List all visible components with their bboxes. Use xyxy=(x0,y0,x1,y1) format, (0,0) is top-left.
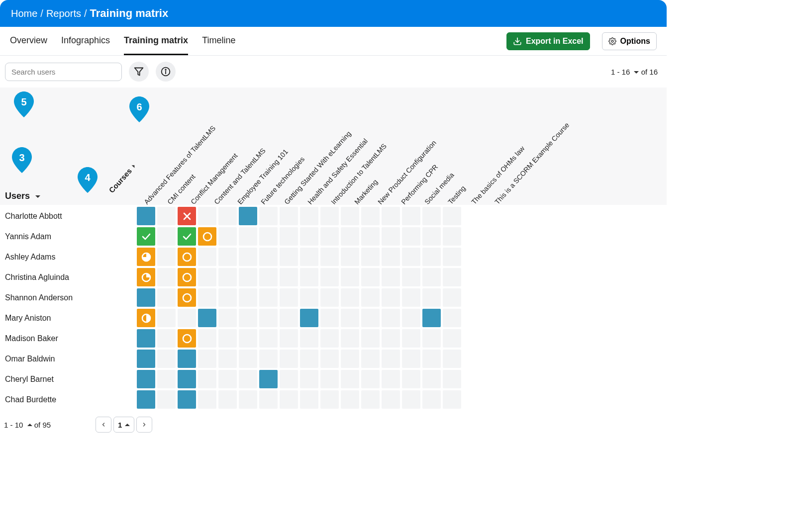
user-name[interactable]: Ashley Adams xyxy=(0,253,137,262)
status-empty-cell xyxy=(382,207,400,225)
status-enrolled-cell[interactable] xyxy=(137,329,155,348)
status-enrolled-cell[interactable] xyxy=(178,370,196,388)
user-name[interactable]: Chad Burdette xyxy=(0,395,137,404)
status-enrolled-cell[interactable] xyxy=(137,370,155,388)
status-empty-cell xyxy=(239,350,257,368)
status-progress-cell[interactable] xyxy=(137,248,155,266)
status-enrolled-cell[interactable] xyxy=(137,207,155,225)
status-empty-cell xyxy=(239,390,257,409)
status-empty-cell xyxy=(361,207,380,225)
status-empty-cell xyxy=(280,227,298,246)
status-empty-cell xyxy=(259,227,278,246)
breadcrumb-sep: / xyxy=(84,8,87,19)
user-name[interactable]: Yannis Adam xyxy=(0,232,137,241)
user-name[interactable]: Madison Baker xyxy=(0,334,137,343)
search-input[interactable] xyxy=(5,63,122,81)
status-passed-cell[interactable] xyxy=(178,227,196,246)
filter-button[interactable] xyxy=(129,62,149,82)
status-empty-cell xyxy=(157,390,176,409)
status-empty-cell xyxy=(422,350,441,368)
course-header[interactable]: Testing xyxy=(446,184,467,206)
status-empty-cell xyxy=(239,370,257,388)
status-enrolled-cell[interactable] xyxy=(198,309,216,327)
status-not-started-cell[interactable] xyxy=(178,329,196,348)
users-header-label: Users xyxy=(5,191,30,201)
status-empty-cell xyxy=(320,370,339,388)
status-empty-cell xyxy=(218,309,237,327)
user-name[interactable]: Mary Aniston xyxy=(0,314,137,323)
status-empty-cell xyxy=(341,207,359,225)
status-empty-cell xyxy=(280,309,298,327)
status-enrolled-cell[interactable] xyxy=(422,309,441,327)
pager-next-button[interactable] xyxy=(136,417,152,433)
breadcrumb-sep: / xyxy=(40,8,43,19)
status-enrolled-cell[interactable] xyxy=(239,207,257,225)
pager-top[interactable]: 1 - 16 of 16 xyxy=(611,68,658,76)
tabs: Overview Infographics Training matrix Ti… xyxy=(10,27,235,55)
status-enrolled-cell[interactable] xyxy=(137,350,155,368)
user-cells xyxy=(137,267,461,287)
pager-bottom-of: of xyxy=(34,421,41,429)
status-empty-cell xyxy=(218,268,237,286)
info-button[interactable] xyxy=(156,62,176,82)
courses-header[interactable]: Courses xyxy=(107,161,139,194)
status-not-started-cell[interactable] xyxy=(178,268,196,286)
user-name[interactable]: Christina Agluinda xyxy=(0,273,137,282)
status-not-started-cell[interactable] xyxy=(178,288,196,307)
status-empty-cell xyxy=(218,227,237,246)
breadcrumb-reports[interactable]: Reports xyxy=(46,8,81,19)
user-name[interactable]: Shannon Anderson xyxy=(0,293,137,302)
status-empty-cell xyxy=(259,350,278,368)
status-empty-cell xyxy=(422,207,441,225)
status-empty-cell xyxy=(259,248,278,266)
tab-overview[interactable]: Overview xyxy=(10,27,47,55)
status-progress-cell[interactable] xyxy=(137,268,155,286)
export-excel-button[interactable]: Export in Excel xyxy=(506,32,590,50)
status-empty-cell xyxy=(341,309,359,327)
status-empty-cell xyxy=(320,309,339,327)
status-empty-cell xyxy=(402,248,420,266)
status-enrolled-cell[interactable] xyxy=(178,350,196,368)
status-progress-cell[interactable] xyxy=(137,309,155,327)
tab-training-matrix[interactable]: Training matrix xyxy=(124,27,188,55)
user-name[interactable]: Omar Baldwin xyxy=(0,355,137,363)
options-button[interactable]: Options xyxy=(602,32,657,50)
status-empty-cell xyxy=(198,350,216,368)
user-cells xyxy=(137,247,461,267)
status-empty-cell xyxy=(443,288,461,307)
user-cells xyxy=(137,287,461,308)
tab-infographics[interactable]: Infographics xyxy=(61,27,110,55)
status-empty-cell xyxy=(239,227,257,246)
status-empty-cell xyxy=(320,329,339,348)
status-failed-cell[interactable] xyxy=(178,207,196,225)
course-header[interactable]: Future technologies xyxy=(259,155,306,206)
tab-timeline[interactable]: Timeline xyxy=(202,27,235,55)
status-empty-cell xyxy=(300,227,318,246)
status-enrolled-cell[interactable] xyxy=(137,390,155,409)
status-enrolled-cell[interactable] xyxy=(259,370,278,388)
pager-bottom-total: 95 xyxy=(42,421,51,429)
user-name[interactable]: Cheryl Barnet xyxy=(0,375,137,384)
status-passed-cell[interactable] xyxy=(137,227,155,246)
status-enrolled-cell[interactable] xyxy=(137,288,155,307)
status-empty-cell xyxy=(341,268,359,286)
status-empty-cell xyxy=(218,207,237,225)
user-name[interactable]: Charlotte Abbott xyxy=(0,212,137,221)
matrix-row: Yannis Adam xyxy=(0,226,667,247)
status-not-started-cell[interactable] xyxy=(198,227,216,246)
users-header[interactable]: Users xyxy=(5,191,40,201)
pager-bottom-text[interactable]: 1 - 10 of 95 xyxy=(4,421,51,429)
status-enrolled-cell[interactable] xyxy=(178,390,196,409)
pager-prev-button[interactable] xyxy=(96,417,111,433)
status-empty-cell xyxy=(157,350,176,368)
status-empty-cell xyxy=(239,248,257,266)
pager-page-button[interactable]: 1 xyxy=(113,417,134,433)
caret-up-icon xyxy=(25,421,32,429)
status-enrolled-cell[interactable] xyxy=(300,309,318,327)
status-empty-cell xyxy=(402,268,420,286)
status-empty-cell xyxy=(259,288,278,307)
status-not-started-cell[interactable] xyxy=(178,248,196,266)
breadcrumb-home[interactable]: Home xyxy=(11,8,37,19)
status-empty-cell xyxy=(382,329,400,348)
status-empty-cell xyxy=(198,207,216,225)
